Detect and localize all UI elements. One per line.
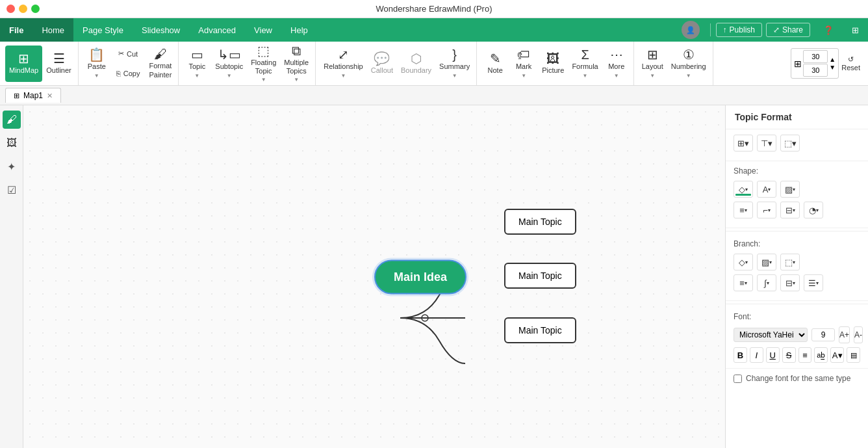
picture-button[interactable]: 🖼 Picture (538, 46, 568, 82)
note-button[interactable]: ✎ Note (481, 46, 509, 82)
branch-color-btn[interactable]: ◇ ▾ (734, 254, 753, 270)
branch-spacing1-btn[interactable]: ⊟ ▾ (780, 274, 800, 291)
minimize-button[interactable] (19, 5, 27, 13)
cut-button[interactable]: ✂ Cut (111, 45, 146, 63)
multiple-topics-button[interactable]: ⧉ MultipleTopics ▼ (280, 46, 313, 82)
side-theme-icon[interactable]: ✦ (3, 157, 21, 176)
maximize-button[interactable] (31, 5, 40, 13)
menu-item-file[interactable]: File (0, 18, 32, 42)
multiple-topics-arrow: ▼ (294, 77, 299, 83)
topic-node-3[interactable]: Main Topic (504, 317, 576, 343)
format-painter-button[interactable]: 🖌 FormatPainter (145, 46, 175, 82)
border-color-arrow: ▾ (768, 187, 771, 192)
boundary-button[interactable]: ⬡ Boundary (397, 46, 435, 82)
subtopic-icon: ↳▭ (218, 48, 241, 61)
font-size-input[interactable] (811, 328, 835, 341)
toolbar-group-elements: ✎ Note 🏷 Mark ▼ 🖼 Picture Σ Formula ▼ ⋯ … (478, 42, 634, 85)
corner-style-icon: ⌐ (763, 205, 768, 215)
numbering-button[interactable]: ① Numbering ▼ (667, 46, 710, 82)
dash-style-btn[interactable]: ⊟ ▾ (780, 202, 800, 218)
layout-width-input[interactable] (803, 50, 828, 63)
menu-item-apps[interactable]: ⊞ (843, 25, 868, 35)
font-format-row: B I U S ≡ ab̲ A▾ ▤ (734, 347, 860, 363)
side-icon-bar: 🖌 🖼 ✦ ☑ (0, 105, 23, 448)
main-idea-node[interactable]: Main Idea (374, 259, 466, 294)
font-family-select[interactable]: Microsoft YaHei (734, 328, 808, 342)
summary-button[interactable]: } Summary ▼ (435, 46, 474, 82)
text-style-btn[interactable]: ▤ (847, 347, 860, 363)
branch-spacing2-btn[interactable]: ☰ ▾ (804, 274, 823, 291)
menu-item-help[interactable]: Help (281, 18, 317, 42)
corner-style-btn[interactable]: ⌐ ▾ (757, 202, 776, 218)
topic-node-1[interactable]: Main Topic (504, 209, 576, 235)
italic-button[interactable]: I (750, 347, 763, 363)
highlight-btn[interactable]: ab̲ (814, 347, 828, 363)
menu-item-advanced[interactable]: Advanced (189, 18, 245, 42)
floating-topic-icon: ⬚ (257, 44, 270, 57)
strikethrough-button[interactable]: S (782, 347, 796, 363)
publish-icon: ↑ (723, 25, 727, 34)
menu-item-page-style[interactable]: Page Style (73, 18, 133, 42)
canvas[interactable]: Main Idea Main Topic Main Topic Main Top… (23, 105, 725, 448)
tab-map1[interactable]: ⊞ Map1 ✕ (5, 88, 61, 103)
branch-style2-icon: ⬚ (785, 257, 793, 267)
outliner-button[interactable]: ☰ Outliner (42, 46, 75, 82)
shadow-btn[interactable]: ◔ ▾ (804, 202, 823, 218)
side-format-icon[interactable]: 🖌 (3, 111, 21, 129)
increment-button[interactable]: ▲ (829, 56, 836, 63)
border-color-btn[interactable]: A ▾ (757, 181, 776, 198)
panel-title: Topic Format (726, 105, 868, 129)
shape-type-btn[interactable]: ⊞▾ (734, 135, 753, 152)
line-style-btn[interactable]: ≡ ▾ (734, 202, 753, 218)
mark-button[interactable]: 🏷 Mark ▼ (509, 46, 538, 82)
layout-height-input[interactable] (803, 64, 828, 77)
border-style-btn[interactable]: ▨ ▾ (780, 181, 800, 198)
branch-style1-btn[interactable]: ▨ ▾ (757, 254, 776, 270)
share-button[interactable]: ⤢ Share (766, 23, 810, 37)
floating-topic-button[interactable]: ⬚ FloatingTopic ▼ (247, 46, 280, 82)
side-image-icon[interactable]: 🖼 (3, 134, 21, 152)
paste-button[interactable]: 📋 Paste ▼ (83, 46, 111, 82)
avatar: 👤 (682, 21, 700, 39)
font-decrease-btn[interactable]: A- (854, 326, 863, 343)
menu-item-view[interactable]: View (245, 18, 281, 42)
formula-button[interactable]: Σ Formula ▼ (568, 46, 602, 82)
layout-button[interactable]: ⊞ Layout ▼ (638, 46, 667, 82)
align-btn[interactable]: ⊤▾ (757, 135, 776, 152)
branch-spacing2-icon: ☰ (808, 278, 816, 288)
menu-item-home[interactable]: Home (32, 18, 73, 42)
align-btn[interactable]: ≡ (798, 347, 812, 363)
more-button[interactable]: ⋯ More ▼ (602, 46, 631, 82)
publish-button[interactable]: ↑ Publish (716, 23, 762, 37)
tab-close[interactable]: ✕ (47, 92, 53, 100)
font-color-btn[interactable]: A▾ (830, 347, 844, 363)
copy-button[interactable]: ⎘ Copy (111, 64, 146, 83)
mindmap-button[interactable]: ⊞ MindMap (5, 46, 42, 82)
padding-btn[interactable]: ⬚▾ (780, 135, 800, 152)
bold-button[interactable]: B (734, 347, 747, 363)
subtopic-button[interactable]: ↳▭ Subtopic ▼ (211, 46, 247, 82)
corner-style-arrow: ▾ (768, 207, 771, 213)
relationship-button[interactable]: ⤢ Relationship ▼ (320, 46, 367, 82)
reset-button[interactable]: ↺ Reset (841, 55, 860, 72)
branch-line-btn[interactable]: ≡ ▾ (734, 274, 753, 291)
underline-button[interactable]: U (766, 347, 780, 363)
branch-row1: ◇ ▾ ▨ ▾ ⬚ ▾ (734, 254, 860, 270)
close-button[interactable] (6, 5, 15, 13)
side-task-icon[interactable]: ☑ (3, 181, 21, 199)
fill-color-btn[interactable]: ◇ ▾ (734, 181, 753, 198)
callout-button[interactable]: 💬 Callout (367, 46, 397, 82)
topic-button[interactable]: ▭ Topic ▼ (183, 46, 211, 82)
decrement-button[interactable]: ▼ (829, 64, 836, 71)
branch-curve-btn[interactable]: ∫ ▾ (757, 274, 776, 291)
border-style-arrow: ▾ (793, 187, 795, 192)
menu-item-slideshow[interactable]: Slideshow (133, 18, 189, 42)
same-type-checkbox[interactable] (734, 375, 742, 383)
font-increase-btn[interactable]: A+ (839, 326, 850, 343)
summary-arrow: ▼ (452, 73, 457, 79)
title-bar: Wondershare EdrawMind (Pro) (0, 0, 868, 18)
topic-node-2[interactable]: Main Topic (504, 263, 576, 289)
branch-style2-btn[interactable]: ⬚ ▾ (780, 254, 800, 270)
picture-icon: 🖼 (546, 52, 559, 65)
menu-item-help2[interactable]: ❓ (814, 25, 843, 35)
